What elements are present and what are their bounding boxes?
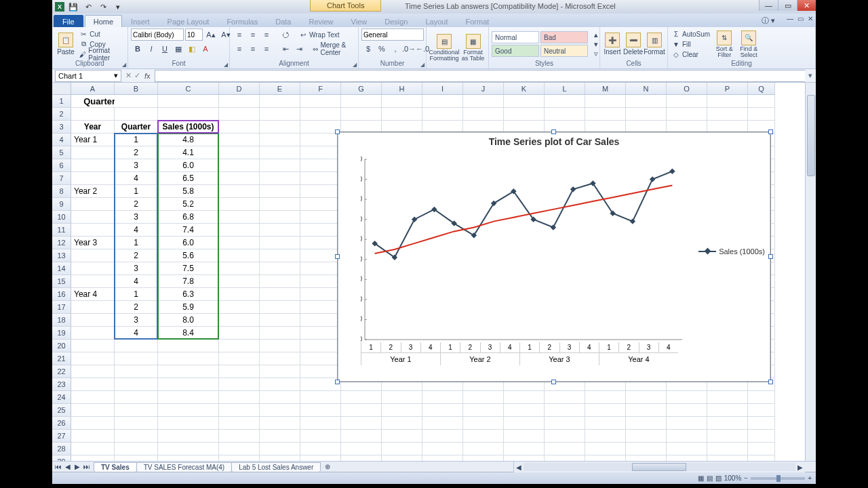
- cell[interactable]: [260, 108, 300, 121]
- cell[interactable]: [71, 172, 115, 185]
- cell[interactable]: [300, 365, 341, 378]
- cell[interactable]: 6.0: [158, 159, 219, 172]
- cell[interactable]: [219, 146, 260, 159]
- cell[interactable]: [115, 340, 158, 352]
- cell[interactable]: [748, 95, 775, 108]
- cell[interactable]: [115, 378, 158, 391]
- cell[interactable]: [300, 134, 341, 146]
- maximize-button[interactable]: ▭: [778, 0, 797, 11]
- italic-button[interactable]: I: [144, 43, 158, 55]
- cell[interactable]: Sales (1000s): [158, 121, 219, 134]
- mdi-close-icon[interactable]: ✕: [808, 15, 813, 22]
- row-header[interactable]: 23: [52, 378, 71, 391]
- vertical-scrollbar[interactable]: [805, 83, 816, 461]
- cell[interactable]: [341, 430, 382, 443]
- cell[interactable]: [422, 443, 463, 455]
- row-header[interactable]: 7: [52, 172, 71, 185]
- cell[interactable]: [115, 404, 158, 417]
- border-button[interactable]: ▦: [172, 43, 185, 55]
- cell[interactable]: [748, 417, 775, 430]
- sheet-tab[interactable]: Lab 5 Lost Sales Answer: [231, 462, 321, 472]
- cell[interactable]: [300, 327, 341, 340]
- cell[interactable]: [260, 198, 300, 211]
- cell[interactable]: 1: [115, 237, 158, 249]
- cell[interactable]: [545, 430, 585, 443]
- column-header[interactable]: B: [115, 83, 158, 95]
- cell[interactable]: [626, 391, 667, 404]
- cell[interactable]: [260, 365, 300, 378]
- cell[interactable]: 8.4: [158, 327, 219, 340]
- cell[interactable]: 5.9: [158, 301, 219, 314]
- row-header[interactable]: 18: [52, 314, 71, 327]
- sort-filter-button[interactable]: ⇅Sort & Filter: [713, 29, 736, 59]
- cell[interactable]: [260, 237, 300, 249]
- cell[interactable]: [219, 108, 260, 121]
- cell-styles-gallery[interactable]: Normal Bad Good Neutral: [492, 31, 588, 57]
- cell[interactable]: 5.6: [158, 249, 219, 262]
- cell[interactable]: [115, 95, 158, 108]
- cell[interactable]: [260, 443, 300, 455]
- cell[interactable]: [626, 108, 667, 121]
- cell[interactable]: [300, 198, 341, 211]
- cut-button[interactable]: ✂Cut: [78, 29, 125, 39]
- cell[interactable]: 3: [115, 159, 158, 172]
- cell[interactable]: 4.1: [158, 146, 219, 159]
- cell[interactable]: [422, 95, 463, 108]
- cell[interactable]: 1: [115, 185, 158, 198]
- cell[interactable]: [71, 378, 115, 391]
- cell[interactable]: [219, 121, 260, 134]
- cell[interactable]: [422, 391, 463, 404]
- cell[interactable]: [748, 443, 775, 455]
- tab-file[interactable]: File: [54, 15, 83, 27]
- chart-x-axis[interactable]: 1234123412341234Year 1Year 2Year 3Year 4: [361, 342, 686, 365]
- cell[interactable]: Year 2: [71, 185, 115, 198]
- cell[interactable]: [382, 95, 422, 108]
- tab-review[interactable]: Review: [300, 15, 342, 27]
- cell[interactable]: [463, 455, 504, 461]
- cell[interactable]: [71, 108, 115, 121]
- cell[interactable]: [300, 172, 341, 185]
- cell[interactable]: [219, 224, 260, 237]
- column-header[interactable]: D: [219, 83, 260, 95]
- cell[interactable]: [71, 430, 115, 443]
- cell[interactable]: [219, 314, 260, 327]
- paste-button[interactable]: 📋 Paste: [55, 29, 77, 59]
- view-pagebreak-icon[interactable]: ▧: [715, 474, 722, 482]
- cell[interactable]: [115, 352, 158, 365]
- cell[interactable]: [219, 249, 260, 262]
- qat-redo-icon[interactable]: ↷: [97, 2, 109, 12]
- row-header[interactable]: 28: [52, 443, 71, 455]
- mdi-minimize-icon[interactable]: —: [787, 15, 793, 22]
- cell[interactable]: [219, 443, 260, 455]
- cell[interactable]: [422, 430, 463, 443]
- align-center-icon[interactable]: ≡: [246, 43, 260, 55]
- number-format-combo[interactable]: [361, 28, 424, 41]
- cell[interactable]: 7.4: [158, 224, 219, 237]
- sheet-tab[interactable]: TV SALES Forecast MA(4): [136, 462, 232, 472]
- row-header[interactable]: 20: [52, 340, 71, 352]
- cell[interactable]: [545, 391, 585, 404]
- zoom-out-icon[interactable]: −: [744, 474, 748, 482]
- column-header[interactable]: N: [626, 83, 667, 95]
- row-header[interactable]: 25: [52, 404, 71, 417]
- comma-icon[interactable]: ,: [389, 43, 402, 55]
- cancel-formula-icon[interactable]: ✕: [125, 71, 132, 80]
- cell[interactable]: [158, 95, 219, 108]
- cell[interactable]: [260, 352, 300, 365]
- cell[interactable]: [71, 340, 115, 352]
- close-button[interactable]: ✕: [797, 0, 816, 11]
- cell[interactable]: [158, 108, 219, 121]
- cell[interactable]: [260, 146, 300, 159]
- cell[interactable]: 4: [115, 224, 158, 237]
- underline-button[interactable]: U: [158, 43, 172, 55]
- increase-font-icon[interactable]: A▴: [204, 28, 218, 41]
- enter-formula-icon[interactable]: ✓: [134, 71, 140, 80]
- dialog-launcher-icon[interactable]: ◢: [353, 62, 357, 68]
- cell[interactable]: [300, 314, 341, 327]
- wrap-text-button[interactable]: ↩Wrap Text: [298, 30, 341, 39]
- percent-icon[interactable]: %: [375, 43, 389, 55]
- view-layout-icon[interactable]: ▤: [707, 474, 713, 482]
- row-header[interactable]: 8: [52, 185, 71, 198]
- cell[interactable]: [158, 404, 219, 417]
- new-sheet-icon[interactable]: ⊕: [325, 463, 330, 470]
